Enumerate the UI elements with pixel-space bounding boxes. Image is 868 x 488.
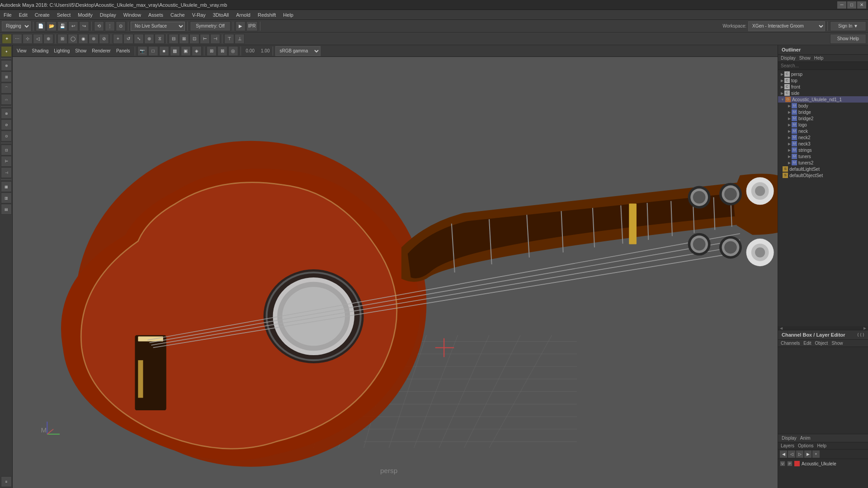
outliner-menu-show[interactable]: Show — [799, 56, 811, 61]
transform-button[interactable]: ⟲ — [94, 21, 104, 31]
menu-assets[interactable]: Assets — [145, 11, 167, 19]
save-scene-button[interactable]: 💾 — [57, 21, 67, 31]
menu-arnold[interactable]: Arnold — [232, 11, 254, 19]
view-preset-2[interactable]: ⊢ — [1, 156, 12, 167]
symmetry-button[interactable]: Symmetry: Off — [190, 21, 231, 31]
curve-tool-button[interactable]: ⌒ — [1, 83, 12, 94]
outliner-item-bridge2[interactable]: ▶ M bridge2 — [778, 115, 868, 122]
new-scene-button[interactable]: 📄 — [36, 21, 46, 31]
resolution-gate-button[interactable]: ⊞ — [207, 46, 217, 56]
menu-3dtoall[interactable]: 3DtoAll — [209, 11, 232, 19]
outliner-menu-display[interactable]: Display — [781, 56, 796, 61]
rotate-button[interactable]: ↺ — [123, 34, 133, 44]
anim-tab[interactable]: Anim — [800, 436, 811, 441]
sign-in-button[interactable]: Sign In ▼ — [830, 21, 866, 31]
outliner-resize-handle[interactable]: ◀ ▶ — [778, 326, 868, 330]
snap-view-button[interactable]: ⊢ — [200, 34, 210, 44]
outliner-item-neck2[interactable]: ▶ M neck2 — [778, 134, 868, 141]
outliner-item-persp[interactable]: ▶ C persp — [778, 71, 868, 77]
skinning-button[interactable]: ⊞ — [57, 34, 67, 44]
rigging-dropdown[interactable]: Rigging — [2, 21, 31, 31]
channel-arrow-2[interactable]: ⟨ — [860, 333, 862, 337]
wrap-button[interactable]: ⊙ — [1, 131, 12, 141]
viewport-menu-show[interactable]: Show — [73, 48, 89, 53]
object-menu-item[interactable]: Object — [815, 341, 828, 346]
menu-modify[interactable]: Modify — [74, 11, 96, 19]
outliner-item-neck[interactable]: ▶ M neck — [778, 128, 868, 134]
snap-grid-button[interactable]: ⊟ — [169, 34, 179, 44]
layer-back-button[interactable]: ◁ — [788, 450, 795, 458]
viewport-menu-shading[interactable]: Shading — [30, 48, 51, 53]
skin-paint-button[interactable]: ⊘ — [99, 34, 109, 44]
select-mode-button[interactable]: ✦ — [1, 46, 12, 57]
surface-tool-button[interactable]: ⌓ — [1, 94, 12, 105]
menu-vray[interactable]: V-Ray — [189, 11, 209, 19]
display-tab[interactable]: Display — [782, 436, 797, 441]
menu-help[interactable]: Help — [279, 11, 297, 19]
outliner-item-defaultlightset[interactable]: S defaultLightSet — [778, 166, 868, 172]
bottom-tool-button[interactable]: ≡ — [1, 476, 12, 487]
gamma-dropdown[interactable]: sRGB gamma — [275, 46, 321, 56]
outliner-item-side[interactable]: ▶ C side — [778, 90, 868, 96]
outliner-menu-help[interactable]: Help — [814, 56, 824, 61]
outliner-item-tuners[interactable]: ▶ M tuners — [778, 153, 868, 160]
snap-point-button[interactable]: ⊡ — [189, 34, 199, 44]
menu-create[interactable]: Create — [31, 11, 53, 19]
outliner-item-neck3[interactable]: ▶ M neck3 — [778, 141, 868, 147]
display-mode-1[interactable]: □ — [148, 46, 158, 56]
menu-edit[interactable]: Edit — [15, 11, 31, 19]
scroll-left-arrow[interactable]: ◀ — [780, 326, 783, 330]
viewport-menu-renderer[interactable]: Renderer — [90, 48, 113, 53]
layer-v-check[interactable]: V — [780, 461, 785, 466]
smooth-button[interactable]: ◈ — [192, 46, 202, 56]
render-view-button[interactable]: ▤ — [1, 204, 12, 215]
menu-file[interactable]: File — [0, 11, 15, 19]
outliner-item-strings[interactable]: ▶ M strings — [778, 147, 868, 153]
lasso-select-button[interactable]: ⋯ — [12, 34, 22, 44]
translate-button[interactable]: + — [113, 34, 123, 44]
snap-live-button[interactable]: ⊣ — [210, 34, 220, 44]
view-preset-1[interactable]: ⊡ — [1, 145, 12, 155]
redo-button[interactable]: ↪ — [79, 21, 89, 31]
layers-item[interactable]: Layers — [781, 443, 794, 448]
outliner-item-ukulele-group[interactable]: ▼ G Acoustic_Ukulele_nd1_1 — [778, 96, 868, 103]
snap-curve-button[interactable]: ⊠ — [179, 34, 189, 44]
viewport-menu-lighting[interactable]: Lighting — [52, 48, 72, 53]
region-render-button[interactable]: ⊠ — [217, 46, 227, 56]
select-tool-button[interactable]: ✦ — [2, 34, 12, 44]
node-editor-button[interactable]: ⊥ — [235, 34, 245, 44]
scale-button[interactable]: ⤡ — [134, 34, 144, 44]
joint-button[interactable]: ◯ — [68, 34, 78, 44]
viewport-menu-view[interactable]: View — [14, 48, 29, 53]
menu-window[interactable]: Window — [120, 11, 145, 19]
view-preset-3[interactable]: ⊣ — [1, 167, 12, 178]
layer-prev-button[interactable]: ◀ — [780, 450, 787, 458]
outliner-item-body[interactable]: ▶ M body — [778, 103, 868, 109]
ik-button[interactable]: ◉ — [78, 34, 88, 44]
sculpt-button[interactable]: ⊞ — [1, 71, 12, 82]
magnet-button[interactable]: ⊙ — [116, 21, 126, 31]
menu-display[interactable]: Display — [96, 11, 120, 19]
outliner-item-defaultobjectset[interactable]: S defaultObjectSet — [778, 172, 868, 178]
render-settings-button[interactable]: ▥ — [1, 192, 12, 203]
ipr-button[interactable]: IPR — [246, 21, 258, 31]
soft-mod-button[interactable]: ⧖ — [155, 34, 165, 44]
layer-row-ukulele[interactable]: V P Acoustic_Ukulele — [780, 460, 866, 467]
blend-button[interactable]: ⊗ — [89, 34, 99, 44]
display-mode-3[interactable]: ▦ — [170, 46, 180, 56]
scroll-right-arrow[interactable]: ▶ — [863, 326, 866, 330]
channel-arrow-1[interactable]: ⟨ — [857, 333, 859, 337]
outliner-item-top[interactable]: ▶ C top — [778, 77, 868, 84]
universal-button[interactable]: ⊛ — [144, 34, 154, 44]
live-surface-dropdown[interactable]: No Live Surface — [131, 22, 185, 31]
options-item[interactable]: Options — [798, 443, 813, 448]
render-region-button[interactable]: ▦ — [1, 181, 12, 192]
move-tool-button[interactable]: ⊕ — [43, 34, 53, 44]
paint-skin-button[interactable]: ⊕ — [1, 60, 12, 71]
outliner-item-front[interactable]: ▶ C front — [778, 84, 868, 90]
display-mode-2[interactable]: ■ — [159, 46, 169, 56]
channel-arrow-3[interactable]: ⟩ — [863, 333, 864, 337]
maximize-button[interactable]: □ — [847, 1, 856, 9]
wireframe-button[interactable]: ▣ — [181, 46, 191, 56]
menu-select[interactable]: Select — [53, 11, 75, 19]
